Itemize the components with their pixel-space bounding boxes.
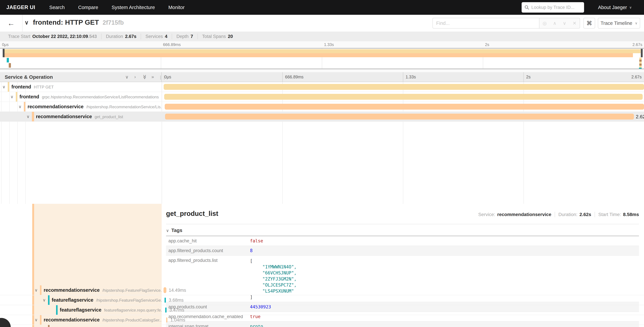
minimap-span-productcatalog xyxy=(9,63,11,68)
span-bar[interactable] xyxy=(165,104,644,110)
span-row-recommendation-productcatalog[interactable]: ∨ recommendationservice/hipstershop.Prod… xyxy=(0,315,644,325)
tags-section-toggle[interactable]: ∨Tags xyxy=(166,228,182,233)
stat-services: Services 4 xyxy=(141,34,172,39)
span-row-featureflag-grpc[interactable]: ∨ featureflagservice/hipstershop.Feature… xyxy=(0,295,644,305)
operation-name: get_product_list xyxy=(95,114,123,119)
span-row-featureflag-repo-query[interactable]: featureflagservicefeatureflagservice.rep… xyxy=(0,305,644,315)
chevron-down-icon[interactable]: ∨ xyxy=(18,104,22,109)
expand-all-icon[interactable]: » xyxy=(152,74,154,80)
span-row-get-product-list-selected[interactable]: ∨ recommendationserviceget_product_list … xyxy=(0,112,644,122)
span-bar[interactable] xyxy=(164,287,166,293)
trace-view-selector[interactable]: Trace Timeline ∨ xyxy=(598,18,640,28)
focus-match-icon[interactable]: ◎ xyxy=(542,20,547,26)
timeline-tick: 1.33s xyxy=(406,74,416,80)
next-match-icon[interactable]: ∨ xyxy=(563,20,566,26)
expand-one-icon[interactable]: › xyxy=(134,74,136,80)
span-name-cell[interactable]: ∨ recommendationservice/hipstershop.Feat… xyxy=(0,285,162,295)
span-bar[interactable] xyxy=(165,114,634,120)
trace-id-lookup-input[interactable] xyxy=(531,5,582,10)
trace-id-lookup-box[interactable] xyxy=(522,2,584,12)
list-item: "2ZYFJ3GM2N", xyxy=(250,276,297,282)
tag-key: app.filtered_products.count xyxy=(166,246,250,253)
span-bar[interactable] xyxy=(166,318,168,322)
span-row-frontend-http-get[interactable]: ∨ frontendHTTP GET xyxy=(0,82,644,92)
span-bar[interactable] xyxy=(165,308,166,312)
span-row-recommendation-featureflag[interactable]: ∨ recommendationservice/hipstershop.Feat… xyxy=(0,285,644,295)
span-name-cell[interactable]: ∨ recommendationservice/hipstershop.Prod… xyxy=(0,315,162,325)
span-row-recommendation-grpc[interactable]: ∨ recommendationservice/hipstershop.Reco… xyxy=(0,102,644,112)
minimap-span-featureflag xyxy=(7,58,9,62)
span-name-cell[interactable]: ∨ recommendationserviceget_product_list xyxy=(0,112,162,121)
collapse-one-icon[interactable]: ∨ xyxy=(125,74,128,80)
stat-total-spans: Total Spans 20 xyxy=(198,34,237,39)
tag-value: false xyxy=(250,236,263,244)
minimap-canvas[interactable] xyxy=(0,48,644,69)
span-row-partial[interactable] xyxy=(0,325,644,327)
trace-view-selector-label: Trace Timeline xyxy=(600,20,632,26)
operation-name: HTTP GET xyxy=(34,85,54,89)
trace-header: ← ∨ frontend: HTTP GET2f715fb ◎ ∧ ∨ ✕ ⌘ … xyxy=(0,15,644,32)
span-row-frontend-grpc[interactable]: ∨ frontendgrpc.hipstershop.Recommendatio… xyxy=(0,92,644,102)
service-operation-header-cell: Service & Operation ∨ › ≫ » ❘❘ xyxy=(0,72,162,82)
operation-name: /hipstershop.FeatureFlagService... xyxy=(102,288,162,292)
minimap-span-band-frontend xyxy=(3,49,641,53)
clear-find-icon[interactable]: ✕ xyxy=(573,20,576,26)
nav-item-monitor[interactable]: Monitor xyxy=(162,5,192,10)
keyboard-shortcuts-button[interactable]: ⌘ xyxy=(584,18,595,28)
span-bar[interactable] xyxy=(164,84,644,90)
span-name-cell[interactable] xyxy=(0,325,162,327)
chevron-down-icon[interactable]: ∨ xyxy=(26,114,30,119)
trace-title-text: frontend: HTTP GET xyxy=(33,18,99,26)
meta-service: Service:recommendationservice xyxy=(475,212,555,217)
minimap-right-scrubber[interactable] xyxy=(641,49,643,57)
operation-name: featureflagservice.repo.query:fe... xyxy=(104,308,162,312)
minimap-tick: 2s xyxy=(485,42,489,47)
back-button[interactable]: ← xyxy=(0,15,22,32)
minimap-tick: 2.67s xyxy=(632,42,642,47)
find-controls: ◎ ∧ ∨ ✕ xyxy=(539,18,580,28)
span-name-cell[interactable]: ∨ recommendationservice/hipstershop.Reco… xyxy=(0,102,162,112)
chevron-down-icon: ∨ xyxy=(166,228,169,233)
timeline-tick: 0μs xyxy=(164,74,171,80)
chevron-down-icon[interactable]: ∨ xyxy=(2,84,5,89)
span-rows-area: ∨ frontendHTTP GET ∨ frontendgrpc.hipste… xyxy=(0,82,644,327)
span-duration-label: 2.62s xyxy=(636,114,644,120)
trace-minimap: 0μs 666.89ms 1.33s 2s 2.67s xyxy=(0,41,644,72)
span-bar[interactable] xyxy=(164,298,166,303)
chevron-down-icon[interactable]: ∨ xyxy=(43,298,46,302)
span-name-cell[interactable]: ∨ frontendgrpc.hipstershop.Recommendatio… xyxy=(0,92,162,102)
nav-item-search[interactable]: Search xyxy=(43,5,72,10)
about-jaeger-menu[interactable]: About Jaeger ∨ xyxy=(598,0,632,15)
timeline-tick: 666.89ms xyxy=(285,74,304,80)
tags-section-label: Tags xyxy=(172,228,182,233)
stat-trace-start: Trace Start October 22 2022, 22:10:09.54… xyxy=(4,34,102,39)
nav-item-system-architecture[interactable]: System Architecture xyxy=(105,5,162,10)
span-name-cell[interactable]: ∨ featureflagservice/hipstershop.Feature… xyxy=(0,295,162,305)
span-name-cell[interactable]: ∨ frontendHTTP GET xyxy=(0,82,162,92)
service-name: recommendationservice xyxy=(44,288,100,293)
service-name: frontend xyxy=(20,94,39,100)
collapse-trace-chevron-icon[interactable]: ∨ xyxy=(24,19,29,26)
collapse-all-icon[interactable]: ≫ xyxy=(142,74,147,80)
minimap-span-end xyxy=(639,64,642,66)
operation-name: grpc.hipstershop.RecommendationService/L… xyxy=(42,95,159,99)
service-color-bar xyxy=(48,325,50,327)
prev-match-icon[interactable]: ∧ xyxy=(553,20,556,26)
minimap-tick: 0μs xyxy=(2,42,8,47)
trace-id-badge: 2f715fb xyxy=(102,19,124,26)
service-name: recommendationservice xyxy=(28,104,84,109)
span-bar[interactable] xyxy=(164,94,643,100)
span-table-header: Service & Operation ∨ › ≫ » ❘❘ 0μs 666.8… xyxy=(0,72,644,82)
minimap-tick: 666.89ms xyxy=(163,42,181,47)
chevron-down-icon[interactable]: ∨ xyxy=(10,94,14,99)
minimap-left-scrubber[interactable] xyxy=(3,49,4,57)
trace-title: frontend: HTTP GET2f715fb xyxy=(33,18,124,26)
span-detail-title: get_product_list xyxy=(166,210,218,218)
nav-item-compare[interactable]: Compare xyxy=(72,5,105,10)
detail-divider xyxy=(166,224,639,224)
span-name-cell[interactable]: featureflagservicefeatureflagservice.rep… xyxy=(0,305,162,315)
timeline-tick: 2s xyxy=(526,74,530,80)
chevron-down-icon[interactable]: ∨ xyxy=(34,288,38,292)
chevron-down-icon[interactable]: ∨ xyxy=(34,318,38,322)
find-input[interactable] xyxy=(432,18,539,28)
